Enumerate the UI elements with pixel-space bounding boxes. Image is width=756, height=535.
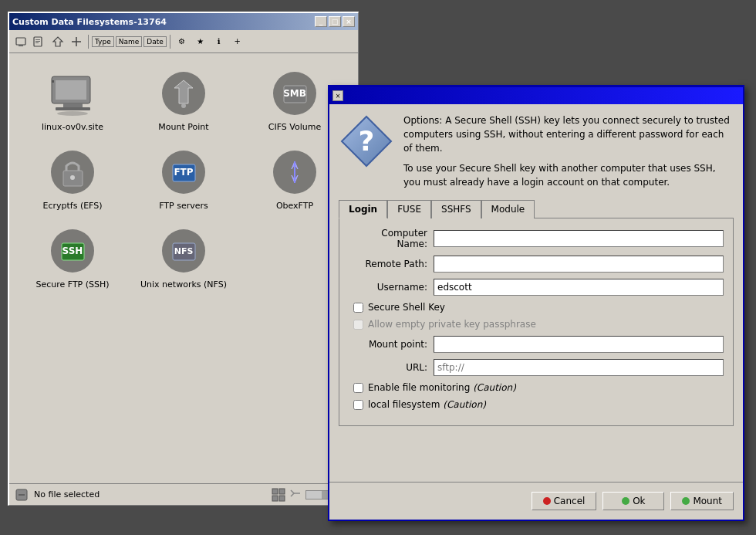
file-label-nfs: Unix networks (NFS) — [140, 279, 227, 290]
toolbar-sep-1 — [88, 35, 89, 49]
svg-rect-5 — [35, 42, 39, 43]
secure-shell-key-checkbox[interactable] — [353, 303, 363, 313]
tab-content-login: Computer Name: Remote Path: Username: ed… — [339, 218, 734, 426]
cancel-button[interactable]: Cancel — [532, 492, 597, 510]
remote-path-label: Remote Path: — [349, 259, 434, 269]
minimize-button[interactable]: _ — [315, 16, 327, 27]
toolbar-icon-1[interactable] — [12, 33, 29, 50]
tab-sshfs[interactable]: SSHFS — [431, 200, 481, 218]
dialog-close-button[interactable]: × — [332, 90, 343, 101]
file-item-linux[interactable]: linux-ov0v.site — [21, 65, 124, 136]
computer-name-input[interactable] — [434, 230, 724, 247]
toolbar-settings-icon[interactable]: ⚙ — [174, 33, 191, 50]
status-icon — [15, 489, 28, 501]
toolbar-name-label[interactable]: Name — [116, 36, 143, 47]
svg-text:FTP: FTP — [174, 167, 193, 178]
file-item-ftp[interactable]: FTP FTP servers — [132, 144, 235, 215]
toolbar-icon-3[interactable] — [49, 33, 66, 50]
mount-point-label: Mount point: — [349, 339, 434, 350]
ok-button[interactable]: Ok — [602, 492, 664, 510]
form-row-mount-point: Mount point: — [349, 336, 724, 353]
bg-titlebar: Custom Data Filesystems-13764 _ □ × — [9, 13, 358, 30]
url-input[interactable] — [434, 359, 724, 376]
svg-rect-3 — [35, 39, 40, 40]
toolbar-icon-2[interactable] — [31, 33, 48, 50]
svg-point-15 — [181, 103, 186, 108]
svg-rect-36 — [272, 496, 278, 501]
file-label-mount: Mount Point — [158, 122, 208, 132]
file-label-cifs: CIFS Volume — [268, 122, 321, 132]
local-filesystem-label[interactable]: local filesystem (Caution) — [368, 399, 486, 410]
checkbox-row-local-fs: local filesystem (Caution) — [349, 399, 724, 410]
svg-rect-37 — [279, 496, 285, 501]
view-toggle-2[interactable] — [289, 488, 302, 502]
toolbar-add-icon[interactable]: + — [229, 33, 246, 50]
svg-rect-1 — [19, 45, 23, 46]
mount-dot — [682, 497, 690, 505]
file-item-nfs[interactable]: NFS Unix networks (NFS) — [132, 222, 235, 293]
checkbox-row-ssh-key: Secure Shell Key — [349, 302, 724, 313]
svg-rect-12 — [52, 80, 54, 83]
form-row-url: URL: — [349, 359, 724, 376]
svg-point-21 — [70, 175, 75, 180]
svg-text:SMB: SMB — [283, 88, 306, 99]
ok-label: Ok — [633, 496, 645, 506]
remote-path-input[interactable] — [434, 256, 724, 273]
mount-label: Mount — [693, 496, 722, 506]
secure-shell-key-label[interactable]: Secure Shell Key — [368, 302, 445, 313]
cancel-label: Cancel — [554, 496, 586, 506]
mount-button[interactable]: Mount — [670, 492, 734, 510]
dialog-titlebar: × — [329, 87, 743, 104]
bg-toolbar: Type Name Date ⚙ ★ ℹ + — [9, 30, 358, 53]
svg-text:SSH: SSH — [62, 245, 83, 256]
status-bar: No file selected — [9, 483, 358, 505]
toolbar-info-icon[interactable]: ℹ — [211, 33, 228, 50]
tab-module[interactable]: Module — [481, 200, 535, 218]
allow-empty-passphrase-checkbox[interactable] — [353, 320, 363, 330]
form-row-computer-name: Computer Name: — [349, 228, 724, 249]
svg-rect-0 — [16, 38, 25, 45]
dialog-content: ? Options: A Secure Shell (SSH) key lets… — [329, 104, 743, 435]
svg-rect-9 — [56, 80, 86, 100]
toolbar-icon-4[interactable] — [68, 33, 85, 50]
file-item-ecryptfs[interactable]: Ecryptfs (EFS) — [21, 144, 124, 215]
toolbar-date-label[interactable]: Date — [143, 36, 167, 47]
svg-rect-35 — [279, 489, 285, 494]
file-label-ftp: FTP servers — [159, 201, 208, 211]
info-text: Options: A Secure Shell (SSH) key lets y… — [403, 113, 734, 189]
ok-dot — [622, 497, 629, 505]
info-paragraph-2: To use your Secure Shell key with anothe… — [403, 161, 734, 189]
bg-window-title: Custom Data Filesystems-13764 — [12, 17, 167, 27]
status-text: No file selected — [34, 489, 100, 499]
cancel-dot — [543, 497, 551, 505]
enable-monitoring-checkbox[interactable] — [353, 383, 363, 393]
file-item-mount[interactable]: Mount Point — [132, 65, 235, 136]
toolbar-star-icon[interactable]: ★ — [192, 33, 209, 50]
maximize-button[interactable]: □ — [329, 16, 341, 27]
checkbox-row-monitoring: Enable file monitoring (Caution) — [349, 382, 724, 393]
file-label-linux: linux-ov0v.site — [42, 122, 103, 132]
checkbox-row-empty-passphrase: Allow empty private key passphrase — [349, 319, 724, 330]
form-row-remote-path: Remote Path: — [349, 256, 724, 273]
enable-monitoring-label[interactable]: Enable file monitoring (Caution) — [368, 382, 516, 393]
close-button[interactable]: × — [343, 16, 355, 27]
tab-fuse[interactable]: FUSE — [387, 200, 431, 218]
username-input[interactable]: edscott — [434, 279, 724, 296]
local-filesystem-checkbox[interactable] — [353, 400, 363, 410]
mount-point-input[interactable] — [434, 336, 724, 353]
form-row-username: Username: edscott — [349, 279, 724, 296]
svg-rect-34 — [272, 489, 278, 494]
file-item-ssh[interactable]: SSH Secure FTP (SSH) — [21, 222, 124, 293]
dialog-footer: Cancel Ok Mount — [329, 482, 743, 520]
view-toggle-1[interactable] — [272, 488, 285, 502]
allow-empty-passphrase-label: Allow empty private key passphrase — [368, 319, 536, 330]
file-label-ssh: Secure FTP (SSH) — [35, 279, 109, 290]
tab-login[interactable]: Login — [339, 200, 387, 218]
info-section: ? Options: A Secure Shell (SSH) key lets… — [339, 113, 734, 189]
computer-name-label: Computer Name: — [349, 228, 434, 249]
file-label-ecryptfs: Ecryptfs (EFS) — [42, 201, 102, 211]
toolbar-type-label[interactable]: Type — [92, 36, 114, 47]
file-grid: linux-ov0v.site Mount Point SMB — [9, 53, 358, 305]
file-label-obex: ObexFTP — [276, 201, 313, 211]
svg-rect-11 — [56, 107, 90, 110]
